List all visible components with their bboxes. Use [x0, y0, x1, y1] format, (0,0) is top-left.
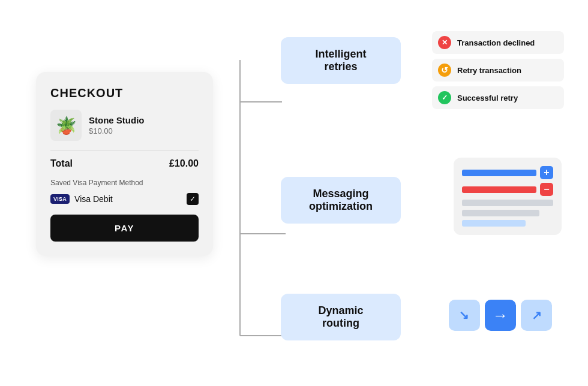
bar-light-blue [462, 220, 526, 227]
feature-messaging: Messaging optimization [281, 177, 401, 224]
bar-red [462, 186, 536, 193]
minus-button[interactable]: − [540, 183, 553, 196]
retry-icon: ↺ [438, 64, 451, 77]
success-item: ✓ Successful retry [432, 86, 564, 109]
retry-label: Retry transaction [457, 66, 521, 75]
feature-dynamic: Dynamic routing [281, 294, 401, 340]
routing-center-arrow: → [485, 300, 516, 331]
product-row: 🪴 Stone Studio $10.00 [50, 110, 199, 141]
messaging-label: Messaging optimization [309, 188, 373, 212]
checkbox-checked[interactable]: ✓ [187, 193, 199, 205]
total-label: Total [50, 158, 73, 169]
retries-panel: ✕ Transaction declined ↺ Retry transacti… [432, 31, 564, 109]
divider-1 [50, 150, 199, 151]
product-price: $10.00 [89, 126, 145, 135]
declined-label: Transaction declined [457, 38, 535, 47]
routing-panel: ↗ → ↗ [449, 300, 552, 331]
pay-button[interactable]: PAY [50, 215, 199, 242]
visa-badge: VISA [50, 194, 70, 204]
product-name: Stone Studio [89, 115, 145, 125]
routing-left-icon: ↗ [449, 300, 480, 331]
visa-label: Visa Debit [74, 194, 113, 204]
dynamic-label: Dynamic routing [318, 304, 363, 329]
total-amount: £10.00 [169, 158, 199, 169]
bar-blue [462, 170, 536, 176]
main-container: CHECKOUT 🪴 Stone Studio $10.00 Total £10… [0, 0, 588, 386]
success-icon: ✓ [438, 91, 451, 104]
routing-right-icon: ↗ [521, 300, 552, 331]
total-row: Total £10.00 [50, 158, 199, 169]
intelligent-label: Intelligent retries [316, 48, 367, 73]
declined-item: ✕ Transaction declined [432, 31, 564, 54]
success-label: Successful retry [457, 94, 518, 102]
payment-label: Saved Visa Payment Method [50, 179, 199, 187]
payment-method-left: VISA Visa Debit [50, 194, 113, 204]
product-image: 🪴 [50, 110, 82, 141]
bar-gray-1 [462, 200, 553, 206]
plus-button[interactable]: + [540, 166, 553, 179]
checkout-card: CHECKOUT 🪴 Stone Studio $10.00 Total £10… [36, 72, 213, 256]
connector-lines [222, 36, 288, 360]
retry-item: ↺ Retry transaction [432, 59, 564, 82]
bar-gray-2 [462, 210, 539, 216]
checkout-title: CHECKOUT [50, 86, 199, 100]
messaging-panel: + − [454, 158, 562, 235]
product-info: Stone Studio $10.00 [89, 115, 145, 135]
declined-icon: ✕ [438, 36, 451, 49]
payment-method-row: VISA Visa Debit ✓ [50, 193, 199, 205]
feature-intelligent: Intelligent retries [281, 37, 401, 84]
